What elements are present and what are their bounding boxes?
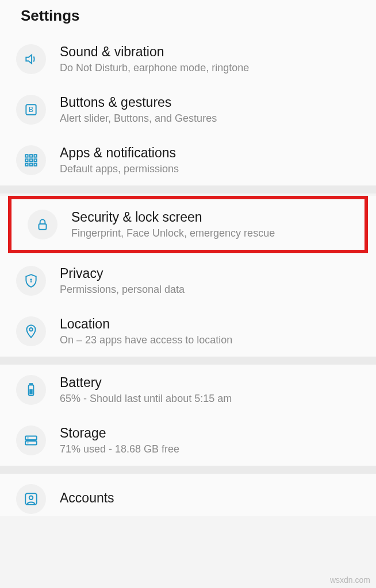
battery-icon: [16, 375, 46, 405]
page-title: Settings: [0, 0, 376, 34]
item-title: Battery: [60, 375, 367, 390]
settings-item-location[interactable]: Location On – 23 apps have access to loc…: [0, 306, 376, 357]
svg-point-20: [28, 442, 29, 443]
item-title: Storage: [60, 425, 367, 441]
svg-rect-7: [34, 159, 36, 161]
settings-item-storage[interactable]: Storage 71% used - 18.68 GB free: [0, 415, 376, 466]
settings-group: Accounts: [0, 474, 376, 516]
settings-item-accounts[interactable]: Accounts: [0, 474, 376, 516]
item-subtitle: On – 23 apps have access to location: [60, 334, 367, 346]
item-title: Buttons & gestures: [60, 95, 367, 110]
item-subtitle: Do Not Disturb, earphone mode, ringtone: [60, 62, 367, 74]
storage-icon: [16, 425, 46, 455]
svg-rect-8: [25, 163, 28, 165]
settings-group: Security & lock screen Fingerprint, Face…: [0, 196, 376, 357]
svg-rect-15: [30, 384, 32, 385]
svg-rect-17: [25, 436, 37, 440]
svg-point-19: [28, 438, 29, 439]
button-box-icon: B: [16, 95, 46, 125]
grid-icon: [16, 145, 46, 175]
account-icon: [16, 484, 46, 514]
item-subtitle: Permissions, personal data: [60, 284, 367, 296]
svg-rect-5: [25, 159, 28, 161]
item-subtitle: Fingerprint, Face Unlock, emergency resc…: [71, 227, 355, 239]
speaker-icon: [16, 44, 46, 74]
settings-item-battery[interactable]: Battery 65% - Should last until about 5:…: [0, 365, 376, 415]
svg-rect-9: [30, 163, 32, 165]
svg-rect-21: [25, 493, 37, 505]
divider: [0, 357, 376, 365]
divider: [0, 185, 376, 194]
item-title: Accounts: [60, 490, 367, 506]
svg-text:B: B: [29, 106, 33, 114]
settings-group: Battery 65% - Should last until about 5:…: [0, 365, 376, 466]
svg-rect-2: [25, 154, 28, 157]
settings-item-buttons[interactable]: B Buttons & gestures Alert slider, Butto…: [0, 84, 376, 135]
settings-item-security[interactable]: Security & lock screen Fingerprint, Face…: [8, 196, 368, 253]
item-title: Security & lock screen: [71, 210, 355, 225]
item-subtitle: 71% used - 18.68 GB free: [60, 443, 367, 455]
shield-icon: [16, 266, 46, 296]
svg-rect-6: [30, 159, 32, 161]
divider: [0, 466, 376, 474]
item-title: Privacy: [60, 266, 367, 281]
settings-item-sound[interactable]: Sound & vibration Do Not Disturb, earpho…: [0, 34, 376, 84]
settings-item-privacy[interactable]: Privacy Permissions, personal data: [0, 256, 376, 306]
item-subtitle: 65% - Should last until about 5:15 am: [60, 393, 367, 405]
item-subtitle: Alert slider, Buttons, and Gestures: [60, 113, 367, 125]
settings-group: Sound & vibration Do Not Disturb, earpho…: [0, 34, 376, 185]
svg-rect-10: [34, 163, 36, 165]
svg-rect-16: [29, 389, 32, 394]
svg-rect-4: [34, 154, 36, 157]
svg-rect-11: [39, 224, 47, 230]
pin-icon: [16, 316, 46, 346]
item-subtitle: Default apps, permissions: [60, 163, 367, 175]
svg-point-12: [30, 278, 32, 280]
svg-point-13: [29, 328, 32, 331]
settings-item-apps[interactable]: Apps & notifications Default apps, permi…: [0, 135, 376, 185]
lock-icon: [28, 210, 57, 239]
svg-point-22: [29, 496, 33, 500]
watermark: wsxdn.com: [330, 575, 370, 585]
item-title: Apps & notifications: [60, 145, 367, 161]
svg-rect-18: [25, 441, 37, 445]
item-title: Sound & vibration: [60, 44, 367, 60]
svg-rect-3: [30, 154, 32, 157]
item-title: Location: [60, 316, 367, 332]
